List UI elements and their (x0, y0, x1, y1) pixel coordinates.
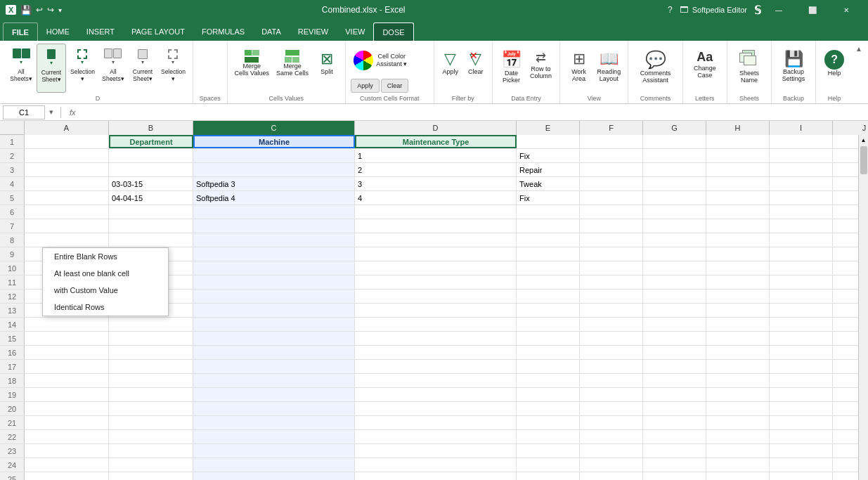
tab-dose[interactable]: DOSE (373, 22, 413, 41)
grid-cell[interactable] (770, 275, 833, 289)
grid-cell[interactable] (355, 416, 517, 429)
current-sheet2-button[interactable]: ▾ CurrentSheet▾ (129, 44, 157, 93)
grid-cell[interactable] (109, 444, 193, 458)
grid-cell[interactable] (109, 458, 193, 472)
grid-cell[interactable] (770, 444, 833, 458)
grid-cell[interactable] (193, 304, 355, 317)
undo-btn[interactable]: ↩ (36, 5, 43, 15)
grid-cell[interactable] (706, 177, 770, 190)
grid-cell[interactable]: 03-03-15 (109, 177, 193, 190)
grid-cell[interactable] (355, 388, 517, 401)
grid-cell[interactable] (517, 318, 580, 331)
grid-cell[interactable] (109, 346, 193, 359)
formula-input[interactable] (82, 105, 865, 119)
grid-cell[interactable] (706, 458, 770, 472)
col-header-g[interactable]: G (643, 121, 706, 135)
grid-cell[interactable] (355, 247, 517, 261)
grid-cell[interactable] (643, 275, 706, 289)
grid-cell[interactable] (517, 261, 580, 275)
grid-cell[interactable] (517, 388, 580, 401)
dropdown-item-at-least-one-blank[interactable]: At least one blank cell (43, 265, 168, 282)
grid-cell[interactable] (643, 261, 706, 275)
grid-cell[interactable]: Softpedia 3 (193, 177, 355, 190)
grid-cell[interactable] (109, 402, 193, 415)
grid-cell[interactable] (706, 318, 770, 331)
row-to-column-button[interactable]: ⇄ Row toColumn (527, 48, 555, 97)
grid-cell[interactable] (25, 149, 109, 162)
grid-cell[interactable] (770, 233, 833, 247)
grid-cell[interactable] (580, 444, 643, 458)
grid-cell[interactable] (706, 261, 770, 275)
date-picker-button[interactable]: 📅 DatePicker (498, 48, 526, 97)
grid-cell[interactable] (580, 318, 643, 331)
grid-cell[interactable] (706, 135, 770, 148)
minimize-btn[interactable]: — (763, 0, 795, 20)
grid-cell[interactable] (770, 205, 833, 219)
grid-cell[interactable] (517, 472, 580, 480)
col-header-a[interactable]: A (25, 121, 109, 135)
grid-cell[interactable] (770, 247, 833, 261)
grid-cell[interactable] (355, 219, 517, 233)
grid-cell[interactable] (706, 416, 770, 429)
help-icon[interactable]: ? (665, 5, 675, 15)
grid-cell[interactable] (706, 233, 770, 247)
grid-cell[interactable] (25, 416, 109, 429)
all-sheets-button[interactable]: ▾ AllSheets▾ (7, 44, 35, 93)
grid-cell[interactable] (580, 261, 643, 275)
grid-cell[interactable] (580, 304, 643, 317)
grid-cell[interactable] (109, 149, 193, 162)
grid-cell[interactable] (517, 346, 580, 359)
current-sheet-button[interactable]: ▾ CurrentSheet▾ (37, 44, 66, 93)
dropdown-item-identical-rows[interactable]: Identical Rows (43, 299, 168, 316)
tab-page-layout[interactable]: PAGE LAYOUT (123, 22, 193, 41)
grid-cell[interactable] (193, 219, 355, 233)
grid-cell[interactable] (643, 416, 706, 429)
grid-cell[interactable] (580, 332, 643, 345)
ribbon-toggle-btn[interactable]: 🗖 (677, 5, 691, 15)
grid-cell[interactable]: Fix (517, 191, 580, 205)
grid-cell[interactable] (25, 219, 109, 233)
grid-cell[interactable] (770, 304, 833, 317)
grid-cell[interactable] (643, 304, 706, 317)
grid-cell[interactable] (193, 416, 355, 429)
col-header-f[interactable]: F (580, 121, 643, 135)
grid-cell[interactable] (770, 191, 833, 205)
col-header-i[interactable]: I (770, 121, 833, 135)
grid-cell[interactable] (109, 388, 193, 401)
grid-cell[interactable] (643, 402, 706, 415)
grid-cell[interactable] (517, 247, 580, 261)
grid-cell[interactable] (643, 458, 706, 472)
grid-cell[interactable] (580, 233, 643, 247)
grid-cell[interactable] (706, 388, 770, 401)
grid-cell[interactable] (193, 275, 355, 289)
grid-cell[interactable] (580, 458, 643, 472)
change-case-button[interactable]: Aa ChangeCase (691, 48, 719, 97)
grid-cell[interactable] (517, 304, 580, 317)
grid-cell[interactable] (580, 402, 643, 415)
grid-cell[interactable] (25, 374, 109, 387)
grid-cell[interactable] (643, 388, 706, 401)
grid-cell[interactable] (193, 233, 355, 247)
grid-cell[interactable] (706, 332, 770, 345)
grid-cell[interactable] (355, 275, 517, 289)
grid-cell[interactable] (706, 374, 770, 387)
apply-filter-button[interactable]: ▽ Apply (439, 48, 462, 97)
grid-cell[interactable] (580, 290, 643, 303)
grid-cell[interactable] (580, 191, 643, 205)
grid-cell[interactable] (643, 346, 706, 359)
work-area-button[interactable]: ⊞ WorkArea (565, 48, 593, 97)
grid-cell[interactable] (706, 430, 770, 443)
selection-button[interactable]: ▾ Selection▾ (67, 44, 98, 93)
grid-cell[interactable] (580, 416, 643, 429)
grid-cell[interactable] (109, 332, 193, 345)
grid-cell[interactable] (517, 360, 580, 373)
grid-cell[interactable] (517, 444, 580, 458)
grid-cell[interactable] (643, 205, 706, 219)
grid-cell[interactable] (770, 374, 833, 387)
grid-cell[interactable] (25, 472, 109, 480)
grid-cell[interactable]: 3 (355, 177, 517, 190)
grid-cell[interactable] (25, 163, 109, 176)
grid-cell[interactable] (770, 332, 833, 345)
grid-cell[interactable] (643, 290, 706, 303)
grid-cell[interactable] (193, 346, 355, 359)
